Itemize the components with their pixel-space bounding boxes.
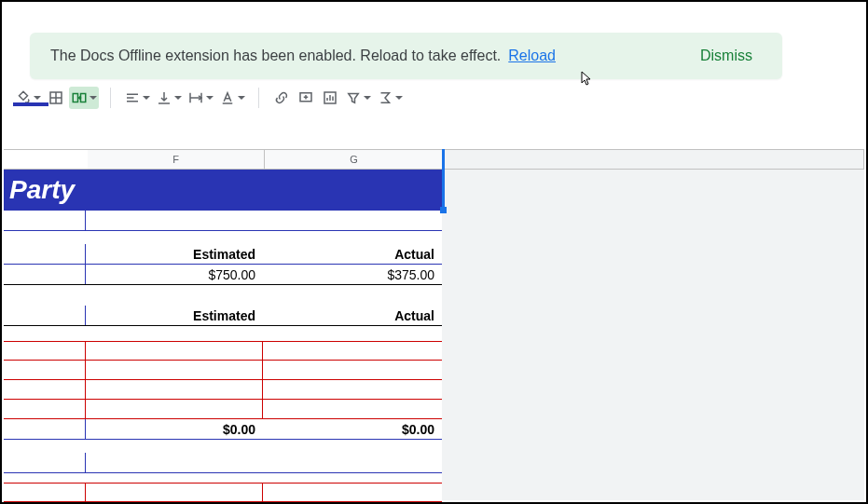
- section2-header-row[interactable]: Estimated Actual: [4, 306, 442, 326]
- col-header-rest: [444, 150, 864, 169]
- estimated-header[interactable]: Estimated: [86, 244, 263, 264]
- data-row[interactable]: [4, 400, 442, 419]
- offline-extension-notification: The Docs Offline extension has been enab…: [30, 33, 782, 79]
- horizontal-align-button[interactable]: [122, 87, 152, 109]
- functions-button[interactable]: [375, 87, 405, 109]
- selection-handle[interactable]: [440, 207, 447, 213]
- actual-header[interactable]: Actual: [263, 244, 442, 264]
- col-header-g[interactable]: G: [265, 150, 444, 169]
- estimated-value[interactable]: $750.00: [86, 265, 263, 284]
- vertical-align-button[interactable]: [154, 87, 184, 109]
- data-row[interactable]: [4, 361, 442, 380]
- section1-header-row[interactable]: Estimated Actual: [4, 244, 442, 265]
- col-header-blank: [4, 150, 88, 169]
- total-actual[interactable]: $0.00: [263, 419, 442, 439]
- empty-grid-area: [442, 170, 864, 500]
- merge-cells-button[interactable]: [69, 87, 99, 109]
- selection-border: [442, 149, 445, 211]
- text-wrap-button[interactable]: [186, 87, 215, 109]
- cursor-icon: [578, 71, 593, 91]
- totals-row[interactable]: $0.00 $0.00: [4, 419, 442, 440]
- blank-row[interactable]: [4, 326, 442, 341]
- blank-row[interactable]: [4, 211, 442, 231]
- sheet-title-cell[interactable]: Party: [4, 170, 442, 211]
- insert-comment-button[interactable]: [295, 87, 317, 109]
- data-row[interactable]: [4, 483, 442, 502]
- total-estimated[interactable]: $0.00: [86, 419, 263, 439]
- actual-value[interactable]: $375.00: [263, 265, 442, 284]
- notification-message: The Docs Offline extension has been enab…: [50, 48, 501, 64]
- insert-link-button[interactable]: [270, 87, 293, 109]
- col-header-f[interactable]: F: [88, 150, 265, 169]
- text-rotation-button[interactable]: [217, 87, 247, 109]
- blank-row[interactable]: [4, 440, 442, 453]
- blank-row[interactable]: [4, 285, 442, 306]
- toolbar: [7, 84, 410, 112]
- blank-row[interactable]: [4, 473, 442, 483]
- svg-rect-3: [73, 94, 77, 102]
- reload-link[interactable]: Reload: [508, 48, 556, 64]
- dismiss-link[interactable]: Dismiss: [700, 48, 752, 64]
- column-headers: F G: [4, 149, 864, 170]
- actual-header-2[interactable]: Actual: [263, 306, 442, 325]
- data-row[interactable]: [4, 341, 442, 361]
- filter-button[interactable]: [343, 87, 373, 109]
- data-row[interactable]: [4, 380, 442, 400]
- insert-chart-button[interactable]: [319, 87, 341, 109]
- blank-row[interactable]: [4, 453, 442, 473]
- fill-color-underline: [13, 102, 48, 106]
- blank-row[interactable]: [4, 231, 442, 244]
- estimated-header-2[interactable]: Estimated: [86, 306, 263, 325]
- section1-values-row[interactable]: $750.00 $375.00: [4, 265, 442, 285]
- spreadsheet-grid: Estimated Actual $750.00 $375.00 Estimat…: [4, 211, 442, 502]
